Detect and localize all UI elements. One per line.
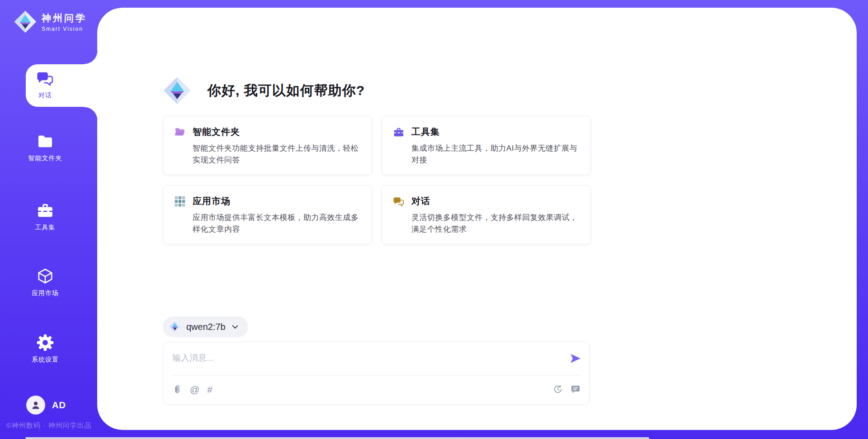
composer-divider <box>171 375 581 376</box>
card-description: 智能文件夹功能支持批量文件上传与清洗，轻松实现文件问答 <box>193 143 361 166</box>
person-icon <box>30 400 41 410</box>
card-chat[interactable]: 对话 灵活切换多模型文件，支持多样回复效果调试，满足个性化需求 <box>382 185 591 244</box>
sidebar-item-toolset[interactable]: 工具集 <box>18 201 72 232</box>
chat-bubbles-icon <box>393 196 405 207</box>
toolbox-icon <box>36 201 54 220</box>
greeting-text: 你好, 我可以如何帮助你? <box>208 81 365 100</box>
message-composer: @ # <box>163 342 590 405</box>
card-title: 应用市场 <box>193 195 231 207</box>
card-title: 智能文件夹 <box>193 126 240 138</box>
app-title: 神州问学 <box>42 12 87 24</box>
card-description: 灵活切换多模型文件，支持多样回复效果调试，满足个性化需求 <box>411 212 580 235</box>
copyright-footer: ©神州数码 · 神州问学出品 <box>6 421 91 430</box>
avatar <box>26 396 45 415</box>
card-title: 工具集 <box>411 126 440 138</box>
user-name: AD <box>52 400 66 410</box>
toolbox-icon <box>393 126 405 138</box>
gear-icon <box>36 334 54 352</box>
at-icon[interactable]: @ <box>190 385 199 394</box>
comment-icon[interactable] <box>571 384 580 394</box>
sidebar-item-chat[interactable]: 对话 <box>18 69 72 100</box>
chevron-down-icon <box>231 323 239 331</box>
model-selector[interactable]: qwen2:7b <box>163 316 248 337</box>
app-brand: 神州问学 Smart Vision <box>14 10 87 33</box>
model-name: qwen2:7b <box>186 322 226 332</box>
tab-curve-top <box>84 51 98 64</box>
history-icon[interactable] <box>553 384 563 394</box>
sidebar-item-label: 应用市场 <box>32 289 59 297</box>
diamond-logo-icon <box>169 321 181 333</box>
sidebar-item-label: 对话 <box>38 91 52 100</box>
sidebar-item-label: 系统设置 <box>32 356 59 364</box>
card-title: 对话 <box>411 195 430 207</box>
sidebar-item-label: 工具集 <box>35 224 56 232</box>
hash-icon[interactable]: # <box>207 385 212 394</box>
diamond-logo-icon <box>14 10 37 33</box>
folder-icon <box>36 132 54 150</box>
sidebar-item-settings[interactable]: 系统设置 <box>18 334 72 364</box>
cube-icon <box>36 267 54 285</box>
folder-open-icon <box>174 126 186 138</box>
card-description: 应用市场提供丰富长文本模板，助力高效生成多样化文章内容 <box>193 212 361 235</box>
paperclip-icon[interactable] <box>172 384 182 394</box>
message-input[interactable] <box>172 349 552 367</box>
app-subtitle: Smart Vision <box>42 26 87 32</box>
sidebar-item-smart-folder[interactable]: 智能文件夹 <box>18 132 72 162</box>
feature-cards: 智能文件夹 智能文件夹功能支持批量文件上传与清洗，轻松实现文件问答 工具集 集成… <box>163 116 591 244</box>
card-toolset[interactable]: 工具集 集成市场上主流工具，助力AI与外界无缝扩展与对接 <box>382 116 591 175</box>
send-icon[interactable] <box>569 352 581 365</box>
sidebar-item-label: 智能文件夹 <box>28 154 62 162</box>
greeting-row: 你好, 我可以如何帮助你? <box>163 76 365 105</box>
card-description: 集成市场上主流工具，助力AI与外界无缝扩展与对接 <box>411 143 580 166</box>
card-app-market[interactable]: 应用市场 应用市场提供丰富长文本模板，助力高效生成多样化文章内容 <box>163 185 372 244</box>
card-smart-folder[interactable]: 智能文件夹 智能文件夹功能支持批量文件上传与清洗，轻松实现文件问答 <box>163 116 372 175</box>
chat-icon <box>36 69 54 87</box>
user-profile[interactable]: AD <box>26 396 66 415</box>
sidebar-item-app-market[interactable]: 应用市场 <box>18 267 72 297</box>
diamond-logo-icon <box>163 76 192 105</box>
tab-curve-bottom <box>84 107 98 120</box>
horizontal-scrollbar[interactable] <box>25 437 649 439</box>
grid-cube-icon <box>174 196 186 207</box>
